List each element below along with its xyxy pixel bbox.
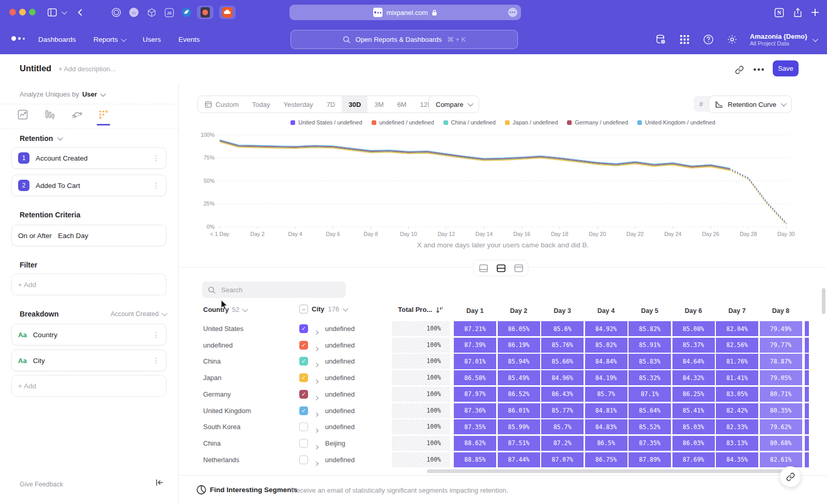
row-series-checkbox[interactable]: ✓ [299, 341, 308, 350]
retention-cell[interactable]: 84.92% [585, 321, 627, 336]
add-description[interactable]: + Add description... [58, 65, 116, 73]
retention-cell[interactable]: 88.85% [454, 452, 496, 467]
kebab-menu-icon[interactable]: ⋮ [152, 356, 160, 365]
retention-cell[interactable]: 82.56% [716, 338, 758, 353]
browser-sidebar-icon[interactable] [45, 6, 59, 19]
retention-cell[interactable]: 86.75% [585, 452, 627, 467]
row-series-checkbox[interactable] [299, 455, 308, 464]
criteria-mode[interactable]: On or After [18, 232, 52, 240]
retention-cell[interactable]: 84.84% [585, 354, 627, 369]
row-expand-icon[interactable] [315, 376, 318, 385]
retention-cell[interactable]: 81.41% [716, 370, 758, 385]
row-series-checkbox[interactable] [299, 439, 308, 448]
row-series-checkbox[interactable]: ✓ [299, 324, 308, 333]
retention-cell[interactable]: 87.35% [629, 436, 671, 451]
retention-cell[interactable]: 84.32% [672, 370, 715, 385]
retention-cell[interactable]: 85.41% [672, 403, 715, 418]
extension-target-icon[interactable] [110, 6, 123, 19]
vertical-scrollbar[interactable] [822, 288, 825, 314]
retention-cell[interactable]: 79.62% [760, 419, 802, 434]
step-card-added-to-cart[interactable]: 2 Added To Cart ⋮ [11, 175, 166, 196]
collapse-sidebar-icon[interactable] [156, 479, 164, 486]
retention-cell[interactable]: 84.19% [585, 370, 627, 385]
retention-cell[interactable]: 87.89% [629, 452, 671, 467]
retention-cell[interactable]: 86.03% [672, 436, 715, 451]
retention-cell[interactable]: 85.03% [672, 419, 715, 434]
chevron-down-icon[interactable] [60, 6, 67, 19]
row-city-label[interactable]: undefined [325, 456, 355, 464]
retention-cell[interactable]: 87.1% [629, 387, 671, 402]
column-header-day-1[interactable]: Day 1 [454, 304, 496, 318]
apps-grid-icon[interactable] [679, 34, 691, 46]
help-icon[interactable] [702, 34, 715, 46]
table-search-input[interactable] [220, 286, 326, 294]
notion-icon[interactable]: N [772, 6, 786, 19]
extension-bird-icon[interactable] [180, 6, 193, 19]
retention-cell[interactable]: 87.01% [454, 354, 496, 369]
global-search-button[interactable]: Open Reports & Dashboards ⌘ + K [290, 30, 518, 49]
row-expand-icon[interactable] [315, 409, 318, 418]
unit-absolute-button[interactable]: # [694, 96, 709, 112]
row-series-checkbox[interactable]: ✓ [299, 357, 308, 366]
retention-cell[interactable]: 86.5% [585, 436, 627, 451]
retention-cell[interactable]: 85.76% [541, 338, 584, 353]
give-feedback-link[interactable]: Give Feedback [20, 481, 63, 488]
retention-cell[interactable]: 86.05% [498, 321, 540, 336]
share-link-floating-button[interactable] [780, 466, 801, 487]
column-header-day-8[interactable]: Day 8 [760, 304, 802, 318]
retention-cell[interactable]: 80.35% [760, 403, 802, 418]
retention-cell[interactable]: 85.52% [629, 419, 671, 434]
row-country-label[interactable]: China [203, 439, 221, 447]
column-header-day-4[interactable]: Day 4 [585, 304, 627, 318]
zoom-window-button[interactable] [29, 9, 36, 15]
compare-button[interactable]: Compare [428, 96, 479, 113]
retention-cell[interactable]: 83.13% [716, 436, 758, 451]
extension-m-icon[interactable]: m [127, 6, 141, 19]
tab-retention[interactable] [96, 107, 111, 122]
copy-link-icon[interactable] [732, 63, 746, 76]
row-country-label[interactable]: Germany [203, 390, 231, 398]
column-header-city[interactable]: – City 176 [299, 305, 347, 313]
row-city-label[interactable]: undefined [325, 325, 355, 333]
row-city-label[interactable]: undefined [325, 357, 355, 365]
retention-cell[interactable]: 85.08% [672, 321, 715, 336]
breakdown-scope-dropdown[interactable]: Account Created [111, 310, 166, 318]
chart-type-dropdown[interactable]: Retention Curve [709, 96, 792, 113]
mixpanel-logo[interactable] [11, 36, 25, 41]
retention-cell[interactable]: 85.64% [629, 403, 671, 418]
retention-cell[interactable]: 87.97% [454, 387, 496, 402]
step-card-account-created[interactable]: 1 Account Created ⋮ [11, 147, 166, 169]
column-header-country[interactable]: Country 52 [203, 306, 247, 313]
row-series-checkbox[interactable]: ✓ [299, 390, 308, 399]
row-city-label[interactable]: undefined [325, 423, 355, 431]
extension-cloud-icon[interactable] [219, 6, 236, 19]
nav-link-users[interactable]: Users [143, 36, 161, 43]
row-country-label[interactable]: South Korea [203, 423, 240, 431]
layout-bottom-panel-button[interactable] [476, 262, 491, 274]
retention-cell[interactable]: 86.01% [498, 403, 540, 418]
retention-cell[interactable]: 85.6% [541, 321, 584, 336]
retention-cell[interactable]: 79.05% [760, 370, 802, 385]
nav-link-reports[interactable]: Reports [94, 36, 125, 43]
criteria-card[interactable]: On or After Each Day [11, 225, 166, 246]
retention-cell[interactable]: 79.49% [760, 321, 802, 336]
retention-cell[interactable]: 84.81% [585, 403, 627, 418]
retention-cell[interactable]: 80.68% [760, 436, 802, 451]
kebab-menu-icon[interactable]: ⋮ [152, 154, 160, 162]
retention-cell[interactable]: 85.66% [541, 354, 584, 369]
select-all-checkbox[interactable]: – [299, 305, 308, 313]
retention-cell[interactable]: 86.25% [672, 387, 715, 402]
retention-cell[interactable]: 85.7% [541, 419, 584, 434]
retention-cell[interactable]: 81.76% [716, 354, 758, 369]
retention-cell[interactable]: 87.21% [454, 321, 496, 336]
tab-insights[interactable] [16, 107, 30, 122]
range-6m[interactable]: 6M [390, 96, 413, 113]
legend-item[interactable]: Japan / undefined [505, 119, 558, 125]
breakdown-card-country[interactable]: Aa Country ⋮ [11, 324, 166, 345]
nav-link-dashboards[interactable]: Dashboards [38, 36, 76, 43]
range-today[interactable]: Today [246, 96, 277, 113]
retention-cell[interactable]: 80.71% [760, 387, 802, 402]
retention-cell[interactable]: 85.32% [629, 370, 671, 385]
column-header-day-5[interactable]: Day 5 [629, 304, 671, 318]
retention-cell[interactable]: 84.35% [716, 452, 758, 467]
